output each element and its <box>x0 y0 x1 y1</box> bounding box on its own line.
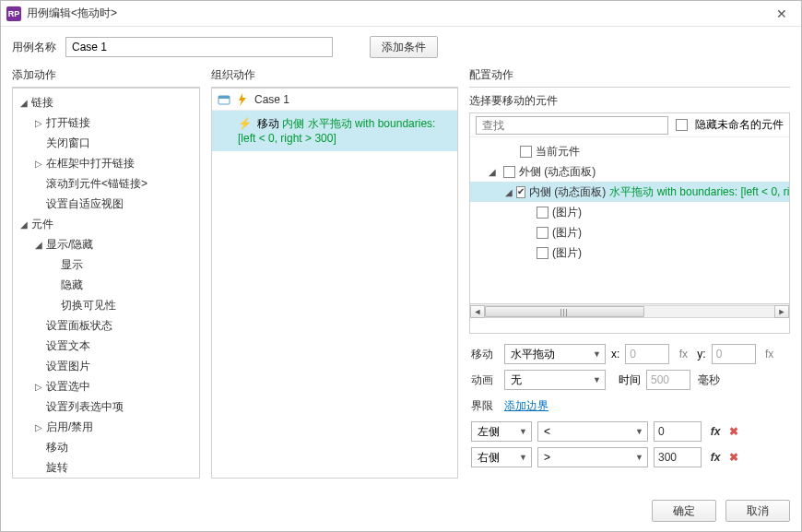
widget-tree-item[interactable]: ▷(图片) <box>470 222 789 242</box>
fx-button[interactable]: fx <box>707 425 724 438</box>
x-input[interactable] <box>625 344 669 364</box>
animation-label: 动画 <box>471 372 499 388</box>
add-boundary-link[interactable]: 添加边界 <box>504 398 548 414</box>
cancel-button[interactable]: 取消 <box>725 500 790 522</box>
h-scrollbar[interactable]: ◄ ► <box>470 303 789 318</box>
expand-icon[interactable]: ◢ <box>18 219 29 230</box>
action-tree-item[interactable]: ▷关闭窗口 <box>13 133 199 153</box>
tree-item-label: 设置文本 <box>46 338 90 354</box>
action-tree-item[interactable]: ▷启用/禁用 <box>13 417 199 437</box>
tree-item-label: 旋转 <box>46 460 68 476</box>
action-tree-item[interactable]: ▷设置面板状态 <box>13 315 199 336</box>
action-tree-item[interactable]: ▷设置图片 <box>13 356 199 376</box>
action-tree-item[interactable]: ▷在框架中打开链接 <box>13 153 199 173</box>
action-tree-item[interactable]: ▷显示 <box>13 254 199 275</box>
action-tree-item[interactable]: ▷旋转 <box>13 457 199 478</box>
tree-item-label: 链接 <box>31 95 53 111</box>
boundary-value-input[interactable] <box>654 447 702 467</box>
close-icon[interactable]: ✕ <box>768 6 796 21</box>
widget-tree-item[interactable]: ▷当前元件 <box>470 141 789 161</box>
fx-button[interactable]: fx <box>707 451 724 464</box>
widget-tree-item[interactable]: ◢内侧 (动态面板) 水平拖动 with boundaries: [left <… <box>470 182 789 202</box>
widget-checkbox[interactable] <box>516 186 525 198</box>
case-label[interactable]: Case 1 <box>254 93 289 106</box>
case-name-input[interactable] <box>65 37 333 57</box>
action-tree-item[interactable]: ▷切换可见性 <box>13 295 199 315</box>
boundary-side-select[interactable]: 右侧▼ <box>471 447 532 467</box>
time-label: 时间 <box>619 372 641 388</box>
action-tree-item[interactable]: ▷隐藏 <box>13 275 199 295</box>
expand-icon[interactable]: ◢ <box>33 240 44 250</box>
tree-item-label: 切换可见性 <box>61 298 116 313</box>
action-tree-item[interactable]: ▷设置尺寸 <box>13 478 199 479</box>
collapse-icon[interactable]: ▷ <box>33 422 44 432</box>
boundary-op-select[interactable]: >▼ <box>537 447 648 467</box>
case-name-label: 用例名称 <box>12 40 56 55</box>
widget-checkbox[interactable] <box>520 146 532 158</box>
action-prefix: 移动 <box>257 117 282 130</box>
action-tree-item[interactable]: ▷设置自适应视图 <box>13 194 199 214</box>
tree-item-label: 滚动到元件<锚链接> <box>46 176 147 192</box>
action-tree-item[interactable]: ◢显示/隐藏 <box>13 234 199 254</box>
widget-tree-item[interactable]: ▷(图片) <box>470 242 789 263</box>
fx-y[interactable]: fx <box>761 348 778 361</box>
boundary-side-select[interactable]: 左侧▼ <box>471 421 532 442</box>
tree-item-label: 移动 <box>46 440 68 455</box>
delete-boundary-icon[interactable]: ✖ <box>729 425 738 438</box>
hide-unnamed-checkbox[interactable] <box>676 119 688 131</box>
widget-label: (图片) <box>552 225 582 241</box>
action-tree-item[interactable]: ◢链接 <box>13 92 199 112</box>
widget-checkbox[interactable] <box>537 207 548 219</box>
ok-button[interactable]: 确定 <box>652 500 716 522</box>
scroll-right-arrow[interactable]: ► <box>774 305 789 318</box>
search-input[interactable] <box>476 116 668 135</box>
action-tree-item[interactable]: ◢元件 <box>13 214 199 234</box>
time-input[interactable] <box>646 370 690 390</box>
chevron-down-icon: ▼ <box>635 453 643 462</box>
animation-select[interactable]: 无▼ <box>504 370 606 390</box>
organize-action-panel: Case 1 ⚡移动 内侧 水平拖动 with boundaries: [lef… <box>211 88 458 479</box>
collapse-icon[interactable]: ▷ <box>33 382 44 392</box>
y-input[interactable] <box>712 344 756 364</box>
chevron-down-icon: ▼ <box>593 375 601 384</box>
collapse-icon[interactable]: ▷ <box>33 118 44 128</box>
boundary-label: 界限 <box>471 398 499 414</box>
expand-icon[interactable]: ◢ <box>505 187 513 197</box>
expand-icon[interactable]: ◢ <box>18 98 29 108</box>
widget-tree-item[interactable]: ▷(图片) <box>470 202 789 222</box>
tree-item-label: 关闭窗口 <box>46 136 90 151</box>
svg-rect-1 <box>218 96 230 99</box>
scroll-left-arrow[interactable]: ◄ <box>470 305 485 318</box>
boundary-value-input[interactable] <box>654 421 702 442</box>
expand-icon[interactable]: ◢ <box>489 167 500 177</box>
action-item[interactable]: ⚡移动 内侧 水平拖动 with boundaries: [left < 0, … <box>212 111 457 151</box>
collapse-icon[interactable]: ▷ <box>33 159 44 169</box>
add-condition-button[interactable]: 添加条件 <box>370 36 438 58</box>
svg-marker-2 <box>239 93 246 106</box>
x-label: x: <box>611 348 619 361</box>
configure-action-header: 配置动作 <box>469 65 790 88</box>
select-widget-header: 选择要移动的元件 <box>469 88 790 112</box>
widget-checkbox[interactable] <box>537 247 548 259</box>
widget-checkbox[interactable] <box>537 227 548 239</box>
move-select[interactable]: 水平拖动▼ <box>504 344 606 364</box>
lightning-icon: ⚡ <box>238 117 252 130</box>
tree-item-label: 设置自适应视图 <box>46 196 124 212</box>
boundary-op-select[interactable]: <▼ <box>537 421 648 442</box>
action-tree-item[interactable]: ▷移动 <box>13 437 199 457</box>
widget-checkbox[interactable] <box>503 166 515 178</box>
action-tree-item[interactable]: ▷设置列表选中项 <box>13 396 199 417</box>
widget-label: 当前元件 <box>536 144 580 160</box>
hide-unnamed-label: 隐藏未命名的元件 <box>695 117 784 133</box>
widget-label: 内侧 (动态面板) <box>529 184 606 200</box>
action-tree-item[interactable]: ▷设置选中 <box>13 376 199 396</box>
widget-label: (图片) <box>552 245 582 261</box>
action-tree-item[interactable]: ▷打开链接 <box>13 112 199 133</box>
tree-item-label: 显示 <box>61 257 83 273</box>
widget-tree-item[interactable]: ◢外侧 (动态面板) <box>470 161 789 182</box>
delete-boundary-icon[interactable]: ✖ <box>729 451 738 464</box>
fx-x[interactable]: fx <box>675 348 691 361</box>
chevron-down-icon: ▼ <box>593 349 601 359</box>
action-tree-item[interactable]: ▷设置文本 <box>13 336 199 356</box>
action-tree-item[interactable]: ▷滚动到元件<锚链接> <box>13 173 199 194</box>
